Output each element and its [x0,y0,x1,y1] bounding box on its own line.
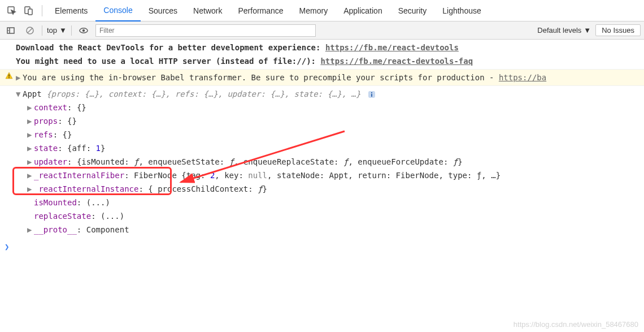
log-link[interactable]: https://fb.me/react-devtools-faq [320,57,473,66]
property-value: Component [86,225,129,234]
object-class: Appt [23,89,42,98]
tab-console[interactable]: Console [95,0,140,21]
warning-message: ▶You are using the in-browser Babel tran… [0,70,644,86]
tab-lighthouse[interactable]: Lighthouse [434,0,489,21]
tab-performance[interactable]: Performance [230,0,291,21]
separator [71,25,72,36]
property-key: __proto__ [34,225,77,234]
tab-elements[interactable]: Elements [47,0,95,21]
log-link[interactable]: https://fb.me/react-devtools [325,43,459,52]
svg-rect-2 [28,9,32,15]
property-key: context [34,103,67,112]
svg-rect-10 [371,92,372,93]
expand-toggle[interactable]: ▶ [27,169,34,182]
filter-input[interactable] [95,24,316,37]
property-value: {_processChildContext: ƒ} [148,184,267,193]
context-selector[interactable]: top ▼ [47,26,67,35]
property-value: {} [63,130,72,139]
property-value: FiberNode {tag: 2, key: null, stateNode:… [134,171,501,180]
context-label: top [47,26,57,35]
property-value: {} [67,117,77,126]
object-log: ▼Appt {props: {…}, context: {…}, refs: {… [0,86,644,238]
toggle-sidebar-icon[interactable] [3,23,18,38]
tab-network[interactable]: Network [185,0,230,21]
tab-sources[interactable]: Sources [141,0,185,21]
svg-rect-11 [371,94,372,97]
warning-text: You are using the in-browser Babel trans… [23,73,499,82]
property-key: props [34,117,58,126]
property-key: state [34,144,58,153]
warning-icon [5,72,13,80]
issues-button[interactable]: No Issues [595,24,641,36]
warning-link[interactable]: https://ba [499,73,546,82]
expand-toggle[interactable]: ▶ [27,128,34,141]
live-expression-icon[interactable] [76,23,91,38]
log-text: You might need to use a local HTTP serve… [16,57,320,66]
expand-toggle[interactable]: ▶ [16,71,23,84]
separator [42,25,42,36]
tab-security[interactable]: Security [390,0,435,21]
property-key: refs [34,130,53,139]
property-key: _reactInternalFiber [34,171,124,180]
object-summary: {props: {…}, context: {…}, refs: {…}, up… [42,89,361,98]
levels-label: Default levels [537,26,581,35]
svg-rect-8 [8,77,10,79]
console-prompt[interactable]: ❯ [0,238,644,256]
watermark-text: https://blog.csdn.net/weixin_58467680 [514,320,638,329]
chevron-down-icon: ▼ [59,26,67,35]
property-value: {aff: 1} [67,144,105,153]
svg-point-6 [82,29,85,31]
property-key: isMounted [34,198,77,207]
expand-toggle[interactable]: ▶ [27,141,34,155]
expand-toggle[interactable]: ▶ [27,101,34,114]
chevron-down-icon: ▼ [584,26,591,35]
property-value[interactable]: (...) [86,198,110,207]
expand-toggle[interactable]: ▶ [27,114,34,128]
inspect-element-icon[interactable] [3,2,20,19]
device-toolbar-icon[interactable] [20,2,37,19]
tab-memory[interactable]: Memory [291,0,336,21]
property-key: replaceState [34,212,91,221]
property-value: {isMounted: ƒ, enqueueSetState: ƒ, enque… [77,157,463,166]
svg-rect-7 [8,75,10,77]
devtools-tabs-bar: Elements Console Sources Network Perform… [0,0,644,21]
expand-toggle[interactable]: ▶ [27,155,34,169]
property-value[interactable]: (...) [101,212,124,221]
property-key: updater [34,157,67,166]
expand-toggle[interactable]: ▼ [16,87,23,101]
property-key: _reactInternalInstance [34,184,138,193]
info-icon[interactable] [368,90,376,98]
console-toolbar: top ▼ Default levels ▼ No Issues [0,21,644,40]
expand-toggle[interactable]: ▶ [27,182,34,196]
expand-toggle[interactable]: ▶ [27,223,34,236]
log-levels-selector[interactable]: Default levels ▼ [537,26,591,35]
tab-application[interactable]: Application [336,0,390,21]
log-message: Download the React DevTools for a better… [0,40,644,70]
log-text: Download the React DevTools for a better… [16,43,325,52]
clear-console-icon[interactable] [23,23,37,38]
console-output: Download the React DevTools for a better… [0,40,644,256]
property-value: {} [77,103,86,112]
separator [42,5,42,16]
